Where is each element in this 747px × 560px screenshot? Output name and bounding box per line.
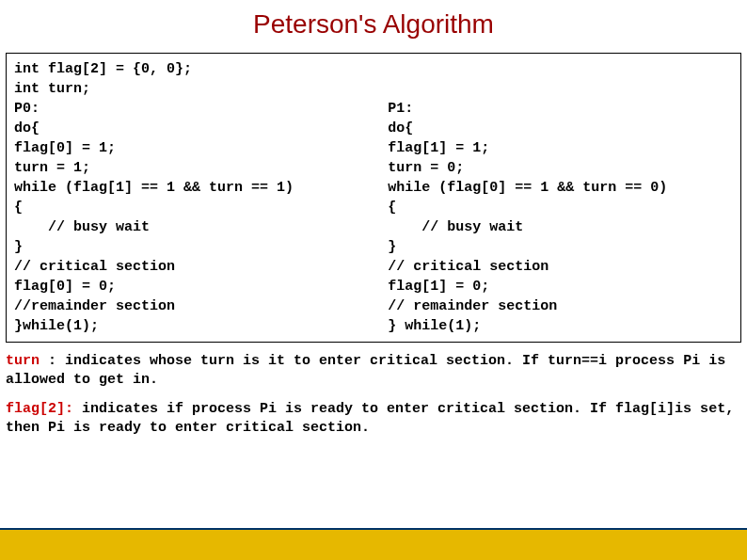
note-flag: flag[2]: indicates if process Pi is read… bbox=[6, 400, 741, 439]
note-turn-text: : indicates whose turn is it to enter cr… bbox=[6, 353, 725, 388]
note-flag-keyword: flag[2]: bbox=[6, 401, 73, 417]
footer-band bbox=[0, 528, 747, 560]
code-column-right: P1: do{ flag[1] = 1; turn = 0; while (fl… bbox=[388, 59, 733, 336]
notes-section: turn : indicates whose turn is it to ent… bbox=[0, 350, 747, 438]
note-turn: turn : indicates whose turn is it to ent… bbox=[6, 352, 741, 391]
code-box: int flag[2] = {0, 0}; int turn; P0: do{ … bbox=[6, 53, 741, 343]
note-turn-keyword: turn bbox=[6, 353, 40, 369]
note-flag-text: indicates if process Pi is ready to ente… bbox=[6, 401, 734, 436]
slide-title: Peterson's Algorithm bbox=[0, 0, 747, 53]
code-column-left: int flag[2] = {0, 0}; int turn; P0: do{ … bbox=[14, 59, 388, 336]
